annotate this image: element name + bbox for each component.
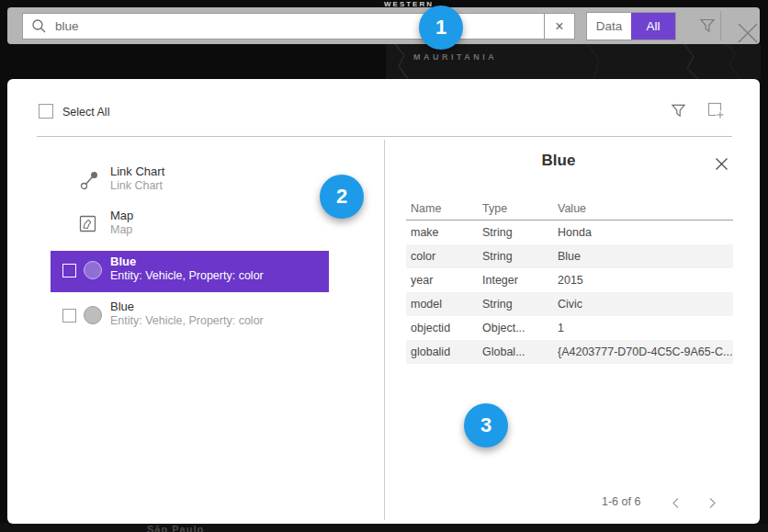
annotation-badge-2: 2 bbox=[320, 175, 364, 219]
cell-name: model bbox=[411, 292, 482, 316]
toggle-option-data[interactable]: Data bbox=[587, 13, 631, 40]
list-item-subtitle: Map bbox=[110, 223, 132, 236]
clear-search-button[interactable]: × bbox=[544, 14, 574, 39]
cell-name: globalid bbox=[411, 340, 482, 364]
list-item-title: Link Chart bbox=[110, 164, 164, 178]
search-icon bbox=[31, 18, 47, 34]
table-header-row: Name Type Value bbox=[406, 198, 733, 221]
cell-name: color bbox=[411, 244, 482, 268]
cell-type: Object... bbox=[482, 316, 558, 340]
cell-type: String bbox=[482, 221, 558, 244]
list-detail-divider bbox=[384, 140, 385, 520]
screen: WESTERN MAURITANIA São Paulo × Data All bbox=[0, 0, 768, 532]
select-all-label: Select All bbox=[62, 106, 109, 119]
table-row: model String Civic bbox=[406, 292, 733, 316]
data-all-toggle: Data All bbox=[586, 12, 676, 40]
detail-title: Blue bbox=[384, 152, 733, 170]
cell-value: Blue bbox=[558, 244, 733, 268]
map-label-mauritania: MAURITANIA bbox=[413, 52, 497, 62]
filter-icon[interactable] bbox=[699, 17, 716, 38]
annotation-badge-1: 1 bbox=[419, 6, 463, 50]
toggle-option-all[interactable]: All bbox=[631, 13, 675, 40]
link-chart-icon bbox=[79, 169, 99, 191]
table-row: year Integer 2015 bbox=[406, 268, 733, 292]
list-item-link-chart[interactable]: Link Chart Link Chart bbox=[51, 161, 329, 202]
searchbar-divider bbox=[720, 11, 721, 40]
header-divider bbox=[37, 136, 732, 137]
cell-value: 1 bbox=[558, 316, 733, 340]
close-search-icon[interactable] bbox=[736, 21, 760, 49]
cell-value: Honda bbox=[558, 221, 733, 244]
column-header-value: Value bbox=[558, 198, 733, 220]
map-icon bbox=[79, 213, 97, 233]
cell-type: Integer bbox=[482, 268, 558, 292]
cell-name: make bbox=[411, 221, 482, 244]
list-item-blue[interactable]: Blue Entity: Vehicle, Property: color bbox=[51, 296, 329, 337]
search-bar: × Data All bbox=[7, 7, 760, 44]
list-item-title: Blue bbox=[110, 300, 134, 313]
close-detail-icon[interactable] bbox=[715, 157, 728, 175]
cell-value: 2015 bbox=[558, 268, 733, 292]
column-header-name: Name bbox=[411, 198, 482, 220]
list-item-subtitle: Entity: Vehicle, Property: color bbox=[110, 269, 264, 282]
search-input-group: × bbox=[22, 13, 575, 40]
properties-table: Name Type Value make String Honda color … bbox=[406, 198, 733, 364]
list-item-blue-selected[interactable]: Blue Entity: Vehicle, Property: color bbox=[51, 251, 329, 292]
add-item-icon[interactable] bbox=[707, 102, 725, 123]
column-header-type: Type bbox=[482, 198, 558, 220]
list-item-title: Blue bbox=[110, 255, 136, 268]
row-checkbox[interactable] bbox=[62, 264, 76, 277]
search-input[interactable] bbox=[47, 19, 544, 33]
panel-filter-icon[interactable] bbox=[671, 103, 686, 122]
table-row: color String Blue bbox=[406, 244, 733, 268]
cell-name: year bbox=[411, 268, 482, 292]
entity-circle-icon bbox=[84, 261, 102, 279]
entity-circle-icon bbox=[84, 306, 102, 324]
table-row: globalid Global... {A4203777-D70D-4C5C-9… bbox=[406, 340, 733, 364]
map-label-sao-paulo: São Paulo bbox=[147, 524, 204, 532]
list-item-map[interactable]: Map Map bbox=[51, 205, 329, 246]
annotation-badge-3: 3 bbox=[464, 403, 508, 447]
select-all-checkbox[interactable] bbox=[39, 104, 53, 119]
chevron-left-icon[interactable] bbox=[672, 496, 680, 513]
cell-name: objectid bbox=[411, 316, 482, 340]
cell-type: String bbox=[482, 292, 558, 316]
table-row: make String Honda bbox=[406, 221, 733, 244]
cell-type: String bbox=[482, 244, 558, 268]
list-item-title: Map bbox=[110, 209, 133, 222]
list-item-subtitle: Entity: Vehicle, Property: color bbox=[110, 314, 264, 327]
results-panel: Select All Link bbox=[7, 79, 760, 524]
list-item-subtitle: Link Chart bbox=[110, 179, 163, 192]
row-checkbox[interactable] bbox=[62, 309, 76, 323]
cell-type: Global... bbox=[482, 340, 558, 364]
table-row: objectid Object... 1 bbox=[406, 316, 733, 340]
cell-value: Civic bbox=[558, 292, 733, 316]
chevron-right-icon[interactable] bbox=[708, 496, 717, 513]
page-range-label: 1-6 of 6 bbox=[602, 495, 640, 508]
cell-value: {A4203777-D70D-4C5C-9A65-C... bbox=[558, 340, 733, 364]
